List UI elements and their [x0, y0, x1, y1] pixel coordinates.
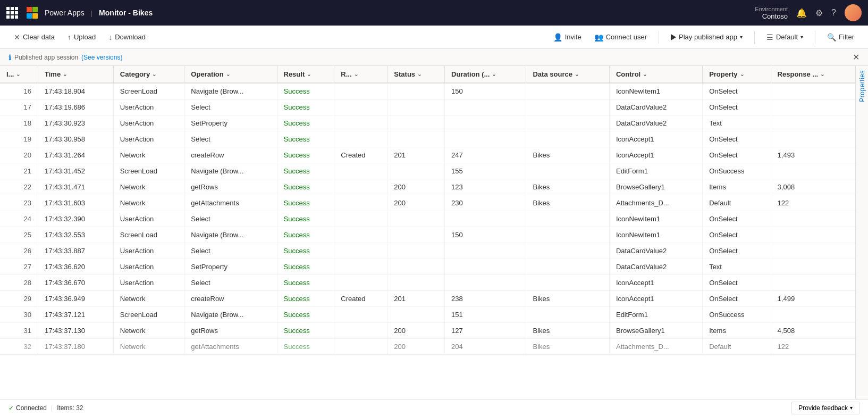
- col-r[interactable]: R... ⌄: [334, 66, 387, 83]
- table-header: I... ⌄ Time ⌄ Category ⌄: [0, 66, 855, 83]
- clear-data-button[interactable]: ✕ Clear data: [9, 30, 60, 45]
- info-bar: ℹ Published app session (See versions) ✕: [0, 49, 868, 66]
- table-cell: 27: [0, 259, 38, 275]
- help-icon[interactable]: ?: [831, 8, 836, 18]
- table-cell: 200: [387, 179, 445, 195]
- table-row[interactable]: 2917:43:36.949NetworkcreateRowSuccessCre…: [0, 291, 855, 307]
- table-cell: 28: [0, 275, 38, 291]
- table-cell: DataCardValue2: [609, 99, 702, 115]
- col-id[interactable]: I... ⌄: [0, 66, 38, 83]
- table-row[interactable]: 1717:43:19.686UserActionSelectSuccessDat…: [0, 99, 855, 115]
- table-cell: Bikes: [526, 339, 609, 355]
- table-cell: Success: [277, 99, 334, 115]
- table-cell: 17:43:32.553: [38, 227, 114, 243]
- table-cell: [334, 99, 387, 115]
- table-cell: OnSelect: [703, 291, 771, 307]
- download-button[interactable]: ↓ Download: [103, 30, 151, 45]
- invite-button[interactable]: 👤 Invite: [548, 30, 587, 45]
- table-cell: [526, 115, 609, 131]
- col-result[interactable]: Result ⌄: [277, 66, 334, 83]
- table-row[interactable]: 2417:43:32.390UserActionSelectSuccessIco…: [0, 211, 855, 227]
- properties-panel[interactable]: Properties: [855, 66, 868, 399]
- toolbar-separator-3: [815, 31, 815, 44]
- sort-property-icon: ⌄: [740, 71, 744, 77]
- table-cell: 17:43:36.670: [38, 275, 114, 291]
- table-row[interactable]: 3017:43:37.121ScreenLoadNavigate (Brow..…: [0, 307, 855, 323]
- table-row[interactable]: 1917:43:30.958UserActionSelectSuccessIco…: [0, 131, 855, 147]
- table-cell: [526, 307, 609, 323]
- filter-button[interactable]: 🔍 Filter: [822, 30, 859, 45]
- table-row[interactable]: 2717:43:36.620UserActionSetPropertySucce…: [0, 259, 855, 275]
- table-cell: 238: [445, 291, 526, 307]
- col-duration[interactable]: Duration (... ⌄: [445, 66, 526, 83]
- table-cell: 17: [0, 99, 38, 115]
- table-cell: 127: [445, 323, 526, 339]
- table-row[interactable]: 2817:43:36.670UserActionSelectSuccessIco…: [0, 275, 855, 291]
- col-control[interactable]: Control ⌄: [609, 66, 702, 83]
- table-cell: getAttachments: [184, 339, 277, 355]
- provide-feedback-button[interactable]: Provide feedback ▾: [791, 402, 859, 414]
- table-cell: createRow: [184, 147, 277, 163]
- table-row[interactable]: 2117:43:31.452ScreenLoadNavigate (Brow..…: [0, 163, 855, 179]
- table-cell: Success: [277, 339, 334, 355]
- user-avatar[interactable]: [845, 4, 862, 21]
- table-cell: Select: [184, 211, 277, 227]
- col-status[interactable]: Status ⌄: [387, 66, 445, 83]
- default-button[interactable]: ☰ Default ▾: [761, 30, 808, 45]
- connect-user-button[interactable]: 👥 Connect user: [589, 30, 652, 45]
- items-count: Items: 32: [57, 404, 83, 412]
- table-row[interactable]: 3217:43:37.180NetworkgetAttachmentsSucce…: [0, 339, 855, 355]
- table-cell: [387, 211, 445, 227]
- settings-icon[interactable]: ⚙: [815, 8, 823, 18]
- col-operation[interactable]: Operation ⌄: [184, 66, 277, 83]
- table-row[interactable]: 1617:43:18.904ScreenLoadNavigate (Brow..…: [0, 83, 855, 99]
- upload-label: Upload: [74, 33, 96, 41]
- table-cell: 20: [0, 147, 38, 163]
- table-cell: [387, 115, 445, 131]
- table-row[interactable]: 2617:43:33.887UserActionSelectSuccessDat…: [0, 243, 855, 259]
- default-label: Default: [776, 33, 798, 41]
- col-time[interactable]: Time ⌄: [38, 66, 114, 83]
- table-row[interactable]: 2217:43:31.471NetworkgetRowsSuccess20012…: [0, 179, 855, 195]
- table-cell: Success: [277, 307, 334, 323]
- table-row[interactable]: 3117:43:37.130NetworkgetRowsSuccess20012…: [0, 323, 855, 339]
- col-response[interactable]: Response ... ⌄: [771, 66, 855, 83]
- table-cell: [334, 211, 387, 227]
- invite-label: Invite: [565, 33, 582, 41]
- table-cell: UserAction: [113, 243, 184, 259]
- table-cell: Select: [184, 275, 277, 291]
- table-cell: 21: [0, 163, 38, 179]
- table-row[interactable]: 2517:43:32.553ScreenLoadNavigate (Brow..…: [0, 227, 855, 243]
- notification-icon[interactable]: 🔔: [796, 8, 807, 18]
- table-cell: [526, 275, 609, 291]
- table-cell: [445, 115, 526, 131]
- upload-button[interactable]: ↑ Upload: [62, 30, 101, 45]
- table-cell: 17:43:31.264: [38, 147, 114, 163]
- table-cell: 19: [0, 131, 38, 147]
- sort-time-icon: ⌄: [63, 71, 67, 77]
- table-cell: 17:43:31.471: [38, 179, 114, 195]
- table-row[interactable]: 1817:43:30.923UserActionSetPropertySucce…: [0, 115, 855, 131]
- play-icon: [671, 34, 676, 40]
- play-published-app-button[interactable]: Play published app ▾: [665, 30, 748, 44]
- table-cell: Created: [334, 291, 387, 307]
- table-row[interactable]: 2317:43:31.603NetworkgetAttachmentsSucce…: [0, 195, 855, 211]
- see-versions-link[interactable]: (See versions): [81, 54, 122, 61]
- data-table-container[interactable]: I... ⌄ Time ⌄ Category ⌄: [0, 66, 855, 399]
- table-cell: getRows: [184, 323, 277, 339]
- table-cell: [387, 307, 445, 323]
- col-datasource[interactable]: Data source ⌄: [526, 66, 609, 83]
- table-cell: createRow: [184, 291, 277, 307]
- table-row[interactable]: 2017:43:31.264NetworkcreateRowSuccessCre…: [0, 147, 855, 163]
- waffle-icon[interactable]: [6, 7, 18, 19]
- table-cell: 3,008: [771, 179, 855, 195]
- col-category[interactable]: Category ⌄: [113, 66, 184, 83]
- table-cell: Created: [334, 147, 387, 163]
- table-cell: Select: [184, 243, 277, 259]
- info-close-button[interactable]: ✕: [853, 52, 859, 62]
- table-cell: 24: [0, 211, 38, 227]
- table-cell: [526, 163, 609, 179]
- table-cell: Bikes: [526, 179, 609, 195]
- col-property[interactable]: Property ⌄: [703, 66, 771, 83]
- table-cell: [387, 243, 445, 259]
